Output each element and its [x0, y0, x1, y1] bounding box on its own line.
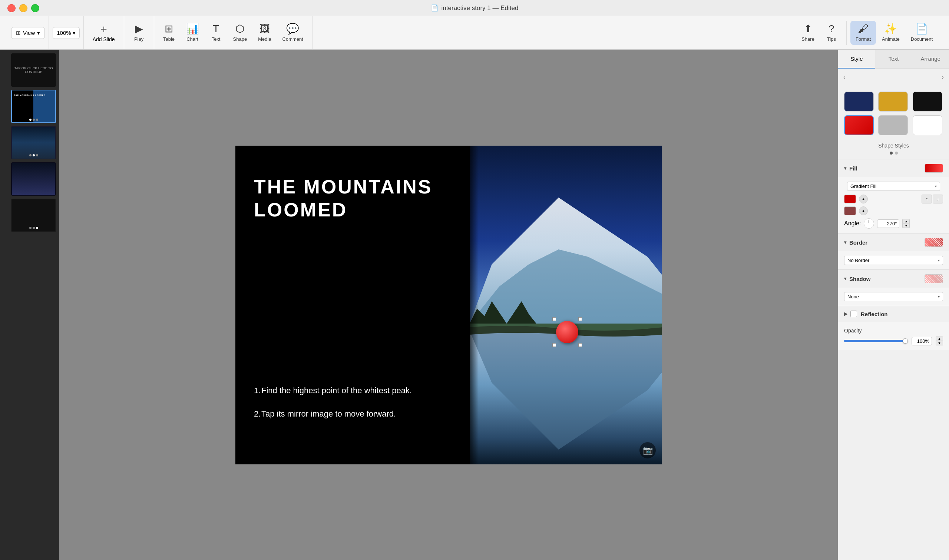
toolbar: ⊞ View ▾ 100% ▾ ＋ Add Slide ▶ Play ⊞ Tab… — [0, 16, 949, 50]
slide-5-thumbnail[interactable] — [11, 198, 56, 232]
handle-bottom-left[interactable] — [552, 343, 556, 347]
opacity-section: Opacity ▲ ▼ — [838, 322, 949, 350]
media-button[interactable]: 🖼 Media — [253, 21, 276, 45]
format-icon: 🖌 — [858, 24, 868, 34]
handle-bottom-right[interactable] — [578, 343, 582, 347]
angle-stepper-up[interactable]: ▲ — [902, 219, 910, 223]
border-color-preview[interactable] — [924, 238, 943, 247]
slide-2-thumbnail[interactable]: THE MOUNTAINS LOOMED — [11, 90, 56, 123]
gradient-stop-down-button[interactable]: ↓ — [933, 195, 943, 203]
minimize-window-button[interactable] — [19, 4, 28, 12]
slide-1-wrapper: 1 TAP OR CLICK HERE TO CONTINUE — [3, 53, 56, 87]
swatches-prev-button[interactable]: ‹ — [841, 71, 848, 83]
table-button[interactable]: ⊞ Table — [158, 21, 180, 45]
slide-1-thumbnail[interactable]: TAP OR CLICK HERE TO CONTINUE — [11, 53, 56, 87]
share-icon: ⬆ — [804, 24, 812, 34]
share-button[interactable]: ⬆ Share — [796, 21, 820, 45]
style-dots — [838, 152, 949, 159]
shadow-section-header[interactable]: ▾ Shadow — [838, 269, 949, 288]
tab-arrange[interactable]: Arrange — [912, 50, 949, 69]
gradient-stop-2-color[interactable] — [844, 206, 856, 215]
reflection-checkbox[interactable] — [851, 311, 857, 317]
slide-1-text: TAP OR CLICK HERE TO CONTINUE — [12, 64, 55, 76]
handle-top-right[interactable] — [578, 317, 582, 321]
slide-right-panel: 📷 — [470, 146, 662, 465]
angle-dial[interactable] — [864, 218, 874, 229]
slide-bullet-1: Find the highest point of the whitest pe… — [254, 384, 452, 397]
text-button[interactable]: T Text — [205, 21, 227, 45]
tips-button[interactable]: ? Tips — [820, 21, 843, 45]
slide-4-wrapper: 4 — [3, 162, 56, 196]
table-icon: ⊞ — [165, 24, 173, 34]
document-icon: 📄 — [431, 4, 438, 12]
swatch-gold[interactable] — [878, 92, 908, 112]
handle-top-left[interactable] — [552, 317, 556, 321]
opacity-slider[interactable] — [844, 340, 908, 342]
slide-title-line2: LOOMED — [254, 198, 452, 221]
swatch-black[interactable] — [913, 92, 942, 112]
chart-icon: 📊 — [186, 24, 199, 34]
zoom-button[interactable]: 100% ▾ — [53, 27, 79, 39]
fill-section-header[interactable]: ▾ Fill — [838, 159, 949, 177]
insert-group: ⊞ Table 📊 Chart T Text ⬡ Shape 🖼 Media 💬… — [154, 16, 312, 49]
swatch-white[interactable] — [913, 115, 942, 135]
toolbar-right: ⬆ Share ? Tips 🖌 Format ✨ Animate 📄 Docu… — [792, 21, 941, 45]
fill-color-preview[interactable] — [924, 164, 943, 173]
comment-button[interactable]: 💬 Comment — [277, 21, 308, 45]
maximize-window-button[interactable] — [31, 4, 39, 12]
slide-title-line1: THE MOUNTAINS — [254, 175, 452, 198]
gradient-stop-1-color[interactable] — [844, 195, 856, 203]
gradient-stop-up-button[interactable]: ↑ — [921, 195, 932, 203]
tab-style[interactable]: Style — [838, 50, 875, 69]
view-button[interactable]: ⊞ View ▾ — [11, 27, 45, 39]
document-button[interactable]: 📄 Document — [906, 21, 938, 45]
opacity-row: ▲ ▼ — [844, 337, 943, 345]
opacity-value-input[interactable] — [912, 337, 932, 345]
border-type-label: No Border — [847, 258, 869, 263]
slide-4-thumbnail[interactable] — [11, 162, 56, 196]
shadow-label: Shadow — [849, 276, 871, 282]
shadow-section-content: None ▾ — [838, 288, 949, 306]
animate-icon: ✨ — [884, 24, 897, 34]
opacity-stepper-down[interactable]: ▼ — [936, 341, 943, 345]
swatch-gray[interactable] — [878, 115, 908, 135]
shadow-color-preview[interactable] — [924, 274, 943, 283]
style-dot-1[interactable] — [890, 152, 893, 155]
collaboration-group: ⬆ Share ? Tips — [792, 21, 847, 45]
slide-3-thumbnail[interactable] — [11, 126, 56, 159]
slide-left-panel: THE MOUNTAINS LOOMED Find the highest po… — [235, 146, 470, 465]
swatch-red[interactable] — [844, 115, 874, 135]
view-group: ⊞ View ▾ — [8, 16, 49, 49]
angle-stepper-down[interactable]: ▼ — [902, 223, 910, 228]
shadow-arrow-icon: ▾ — [844, 276, 846, 281]
view-chevron-icon: ▾ — [37, 30, 40, 36]
add-slide-button[interactable]: ＋ Add Slide — [88, 21, 120, 45]
fill-type-select[interactable]: Gradient Fill ▾ — [847, 182, 940, 191]
swatch-dark-blue[interactable] — [844, 92, 874, 112]
angle-label: Angle: — [844, 220, 861, 227]
tab-text[interactable]: Text — [875, 50, 912, 69]
shape-button[interactable]: ⬡ Shape — [228, 21, 252, 45]
style-dot-2[interactable] — [895, 152, 898, 155]
angle-stepper: ▲ ▼ — [902, 219, 910, 228]
reflection-section-header[interactable]: ▶ Reflection — [838, 306, 949, 322]
opacity-stepper-up[interactable]: ▲ — [936, 337, 943, 341]
plus-icon: ＋ — [98, 24, 109, 34]
mountain-svg — [470, 146, 662, 465]
format-toolbar-button[interactable]: 🖌 Format — [851, 21, 876, 45]
opacity-slider-thumb — [903, 338, 908, 343]
camera-button[interactable]: 📷 — [640, 442, 656, 458]
border-section-header[interactable]: ▾ Border — [838, 233, 949, 251]
border-type-select[interactable]: No Border ▾ — [844, 256, 943, 265]
reflection-row: Reflection — [851, 311, 888, 317]
window-controls — [8, 4, 39, 12]
shadow-type-select[interactable]: None ▾ — [844, 292, 943, 301]
swatches-next-button[interactable]: › — [939, 71, 946, 83]
play-button[interactable]: ▶ Play — [128, 21, 150, 45]
gradient-stop-1-row: ● ↑ ↓ — [844, 195, 943, 203]
animate-button[interactable]: ✨ Animate — [877, 21, 905, 45]
panel-tabs: Style Text Arrange — [838, 50, 949, 69]
close-window-button[interactable] — [8, 4, 15, 12]
angle-input[interactable] — [877, 219, 899, 228]
chart-button[interactable]: 📊 Chart — [181, 21, 204, 45]
